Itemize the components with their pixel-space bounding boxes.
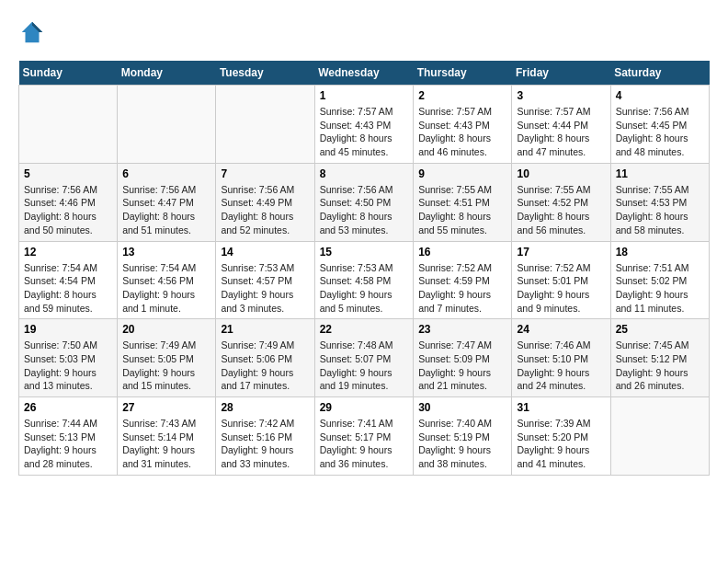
calendar-cell: 22Sunrise: 7:48 AM Sunset: 5:07 PM Dayli… xyxy=(314,319,414,397)
day-number: 6 xyxy=(122,167,210,180)
day-number: 18 xyxy=(616,246,704,259)
weekday-row: SundayMondayTuesdayWednesdayThursdayFrid… xyxy=(19,61,710,86)
calendar-cell: 16Sunrise: 7:52 AM Sunset: 4:59 PM Dayli… xyxy=(414,241,512,319)
calendar-cell: 12Sunrise: 7:54 AM Sunset: 4:54 PM Dayli… xyxy=(19,241,118,319)
calendar-cell: 26Sunrise: 7:44 AM Sunset: 5:13 PM Dayli… xyxy=(19,397,118,476)
day-number: 27 xyxy=(122,401,210,414)
day-number: 12 xyxy=(24,246,112,259)
weekday-header-tuesday: Tuesday xyxy=(216,61,314,86)
day-detail: Sunrise: 7:56 AM Sunset: 4:47 PM Dayligh… xyxy=(122,183,210,237)
day-number: 29 xyxy=(320,401,409,414)
calendar-cell xyxy=(118,86,216,164)
weekday-header-thursday: Thursday xyxy=(414,61,512,86)
day-detail: Sunrise: 7:49 AM Sunset: 5:05 PM Dayligh… xyxy=(122,339,210,393)
day-detail: Sunrise: 7:39 AM Sunset: 5:20 PM Dayligh… xyxy=(517,417,605,471)
day-detail: Sunrise: 7:56 AM Sunset: 4:45 PM Dayligh… xyxy=(616,105,704,159)
calendar-cell: 30Sunrise: 7:40 AM Sunset: 5:19 PM Dayli… xyxy=(414,397,512,476)
day-detail: Sunrise: 7:56 AM Sunset: 4:46 PM Dayligh… xyxy=(24,183,112,237)
day-number: 30 xyxy=(418,401,506,414)
day-number: 14 xyxy=(221,246,309,259)
day-detail: Sunrise: 7:57 AM Sunset: 4:43 PM Dayligh… xyxy=(320,105,409,159)
calendar-cell: 24Sunrise: 7:46 AM Sunset: 5:10 PM Dayli… xyxy=(512,319,610,397)
day-detail: Sunrise: 7:43 AM Sunset: 5:14 PM Dayligh… xyxy=(122,417,210,471)
day-detail: Sunrise: 7:52 AM Sunset: 5:01 PM Dayligh… xyxy=(517,261,605,316)
page-header xyxy=(18,18,710,46)
day-detail: Sunrise: 7:56 AM Sunset: 4:49 PM Dayligh… xyxy=(221,183,309,237)
day-number: 17 xyxy=(517,246,605,259)
calendar-header: SundayMondayTuesdayWednesdayThursdayFrid… xyxy=(19,61,710,86)
day-number: 16 xyxy=(418,246,506,259)
calendar-week-3: 12Sunrise: 7:54 AM Sunset: 4:54 PM Dayli… xyxy=(19,241,710,319)
calendar-cell: 23Sunrise: 7:47 AM Sunset: 5:09 PM Dayli… xyxy=(414,319,512,397)
calendar-week-2: 5Sunrise: 7:56 AM Sunset: 4:46 PM Daylig… xyxy=(19,163,710,241)
weekday-header-sunday: Sunday xyxy=(19,61,118,86)
day-detail: Sunrise: 7:51 AM Sunset: 5:02 PM Dayligh… xyxy=(616,261,704,316)
day-detail: Sunrise: 7:55 AM Sunset: 4:52 PM Dayligh… xyxy=(517,183,605,237)
calendar-cell: 18Sunrise: 7:51 AM Sunset: 5:02 PM Dayli… xyxy=(610,241,709,319)
day-detail: Sunrise: 7:41 AM Sunset: 5:17 PM Dayligh… xyxy=(320,417,409,471)
calendar-cell xyxy=(216,86,314,164)
calendar-week-1: 1Sunrise: 7:57 AM Sunset: 4:43 PM Daylig… xyxy=(19,86,710,164)
calendar-cell: 1Sunrise: 7:57 AM Sunset: 4:43 PM Daylig… xyxy=(314,86,414,164)
day-detail: Sunrise: 7:40 AM Sunset: 5:19 PM Dayligh… xyxy=(418,417,506,471)
calendar-cell: 27Sunrise: 7:43 AM Sunset: 5:14 PM Dayli… xyxy=(118,397,216,476)
day-detail: Sunrise: 7:53 AM Sunset: 4:58 PM Dayligh… xyxy=(320,261,409,316)
calendar-table: SundayMondayTuesdayWednesdayThursdayFrid… xyxy=(18,61,710,476)
weekday-header-saturday: Saturday xyxy=(610,61,709,86)
calendar-cell: 5Sunrise: 7:56 AM Sunset: 4:46 PM Daylig… xyxy=(19,163,118,241)
day-detail: Sunrise: 7:48 AM Sunset: 5:07 PM Dayligh… xyxy=(320,339,409,393)
calendar-week-5: 26Sunrise: 7:44 AM Sunset: 5:13 PM Dayli… xyxy=(19,397,710,476)
day-number: 10 xyxy=(517,167,605,180)
weekday-header-friday: Friday xyxy=(512,61,610,86)
calendar-cell: 11Sunrise: 7:55 AM Sunset: 4:53 PM Dayli… xyxy=(610,163,709,241)
calendar-cell: 25Sunrise: 7:45 AM Sunset: 5:12 PM Dayli… xyxy=(610,319,709,397)
day-number: 1 xyxy=(320,89,409,102)
calendar-body: 1Sunrise: 7:57 AM Sunset: 4:43 PM Daylig… xyxy=(19,86,710,476)
calendar-cell: 4Sunrise: 7:56 AM Sunset: 4:45 PM Daylig… xyxy=(610,86,709,164)
day-detail: Sunrise: 7:57 AM Sunset: 4:44 PM Dayligh… xyxy=(517,105,605,159)
calendar-cell: 15Sunrise: 7:53 AM Sunset: 4:58 PM Dayli… xyxy=(314,241,414,319)
calendar-cell: 2Sunrise: 7:57 AM Sunset: 4:43 PM Daylig… xyxy=(414,86,512,164)
weekday-header-monday: Monday xyxy=(118,61,216,86)
calendar-cell: 7Sunrise: 7:56 AM Sunset: 4:49 PM Daylig… xyxy=(216,163,314,241)
day-detail: Sunrise: 7:53 AM Sunset: 4:57 PM Dayligh… xyxy=(221,261,309,316)
day-number: 23 xyxy=(418,323,506,336)
day-number: 11 xyxy=(616,167,704,180)
day-detail: Sunrise: 7:56 AM Sunset: 4:50 PM Dayligh… xyxy=(320,183,409,237)
day-number: 19 xyxy=(24,323,112,336)
calendar-cell: 13Sunrise: 7:54 AM Sunset: 4:56 PM Dayli… xyxy=(118,241,216,319)
day-detail: Sunrise: 7:42 AM Sunset: 5:16 PM Dayligh… xyxy=(221,417,309,471)
day-number: 26 xyxy=(24,401,112,414)
day-number: 3 xyxy=(517,89,605,102)
day-number: 31 xyxy=(517,401,605,414)
calendar-week-4: 19Sunrise: 7:50 AM Sunset: 5:03 PM Dayli… xyxy=(19,319,710,397)
day-number: 2 xyxy=(418,89,506,102)
logo-icon xyxy=(18,18,46,46)
day-detail: Sunrise: 7:52 AM Sunset: 4:59 PM Dayligh… xyxy=(418,261,506,316)
day-number: 28 xyxy=(221,401,309,414)
calendar-cell: 28Sunrise: 7:42 AM Sunset: 5:16 PM Dayli… xyxy=(216,397,314,476)
calendar-cell: 3Sunrise: 7:57 AM Sunset: 4:44 PM Daylig… xyxy=(512,86,610,164)
day-number: 22 xyxy=(320,323,409,336)
calendar-cell: 8Sunrise: 7:56 AM Sunset: 4:50 PM Daylig… xyxy=(314,163,414,241)
day-number: 5 xyxy=(24,167,112,180)
calendar-cell: 9Sunrise: 7:55 AM Sunset: 4:51 PM Daylig… xyxy=(414,163,512,241)
calendar-cell: 6Sunrise: 7:56 AM Sunset: 4:47 PM Daylig… xyxy=(118,163,216,241)
calendar-cell xyxy=(19,86,118,164)
calendar-cell xyxy=(610,397,709,476)
day-number: 15 xyxy=(320,246,409,259)
day-detail: Sunrise: 7:45 AM Sunset: 5:12 PM Dayligh… xyxy=(616,339,704,393)
day-number: 9 xyxy=(418,167,506,180)
calendar-cell: 31Sunrise: 7:39 AM Sunset: 5:20 PM Dayli… xyxy=(512,397,610,476)
day-detail: Sunrise: 7:57 AM Sunset: 4:43 PM Dayligh… xyxy=(418,105,506,159)
logo xyxy=(18,18,50,46)
calendar-cell: 10Sunrise: 7:55 AM Sunset: 4:52 PM Dayli… xyxy=(512,163,610,241)
day-number: 25 xyxy=(616,323,704,336)
day-number: 8 xyxy=(320,167,409,180)
calendar-cell: 21Sunrise: 7:49 AM Sunset: 5:06 PM Dayli… xyxy=(216,319,314,397)
day-detail: Sunrise: 7:49 AM Sunset: 5:06 PM Dayligh… xyxy=(221,339,309,393)
day-number: 13 xyxy=(122,246,210,259)
day-detail: Sunrise: 7:54 AM Sunset: 4:54 PM Dayligh… xyxy=(24,261,112,316)
day-detail: Sunrise: 7:55 AM Sunset: 4:53 PM Dayligh… xyxy=(616,183,704,237)
calendar-cell: 20Sunrise: 7:49 AM Sunset: 5:05 PM Dayli… xyxy=(118,319,216,397)
